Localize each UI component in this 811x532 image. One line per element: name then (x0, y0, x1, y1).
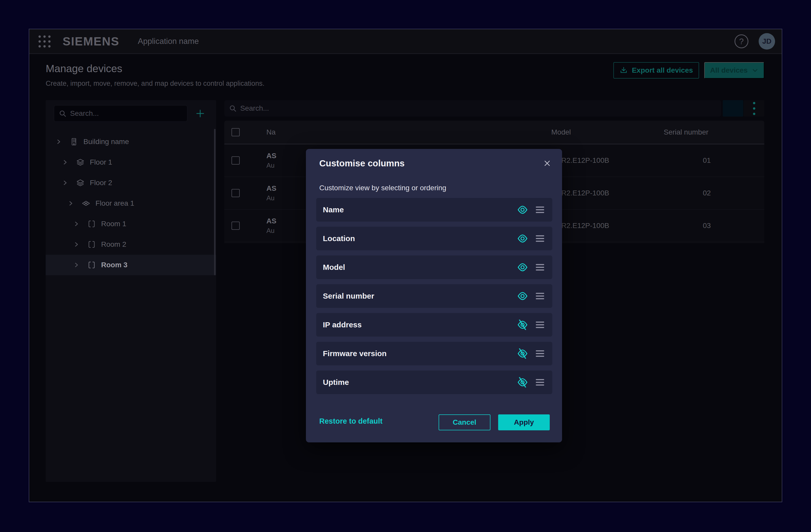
tree-item-floor-2[interactable]: Floor 2 (46, 172, 216, 193)
tree-item-floor-1[interactable]: Floor 1 (46, 152, 216, 172)
table-settings-button[interactable] (723, 100, 743, 117)
tree-item-room-3-selected[interactable]: Room 3 (46, 255, 216, 275)
device-search-box (224, 100, 721, 117)
column-item-label: Location (323, 234, 355, 243)
tree-item-label: Room 2 (101, 240, 126, 248)
chevron-right-icon[interactable] (62, 159, 68, 165)
column-item-firmware-version[interactable]: Firmware version (316, 342, 552, 365)
siemens-logo: SIEMENS (63, 34, 119, 48)
device-search-input[interactable] (240, 104, 717, 112)
chevron-right-icon[interactable] (56, 139, 62, 145)
column-item-uptime[interactable]: Uptime (316, 370, 552, 394)
visibility-eye-off-icon[interactable] (517, 320, 528, 330)
device-name: AS (266, 184, 276, 192)
drag-handle-icon[interactable] (535, 320, 545, 329)
room-icon (87, 240, 96, 249)
export-all-devices-button[interactable]: Export all devices (613, 62, 699, 79)
device-name: AS (266, 217, 276, 225)
tree-item-label: Room 3 (101, 261, 127, 269)
floor-area-icon (82, 199, 90, 208)
visibility-eye-icon[interactable] (517, 262, 528, 272)
building-icon (70, 137, 78, 146)
dialog-subtitle: Customize view by selecting or ordering (319, 184, 446, 192)
row-checkbox[interactable] (231, 189, 240, 197)
tree-item-label: Floor 1 (90, 158, 112, 166)
drag-handle-icon[interactable] (535, 234, 545, 243)
chevron-right-icon[interactable] (73, 241, 79, 247)
visibility-eye-off-icon[interactable] (517, 348, 528, 359)
drag-handle-icon[interactable] (535, 378, 545, 387)
tree-search-box (54, 105, 187, 122)
tree-item-label: Building name (83, 138, 129, 146)
restore-to-default-link[interactable]: Restore to default (319, 417, 383, 425)
device-subname: Au (266, 194, 276, 202)
device-serial: 02 (684, 189, 730, 197)
download-icon (619, 66, 628, 74)
table-header-row: Na Model Serial number (224, 121, 764, 144)
column-item-ip-address[interactable]: IP address (316, 313, 552, 337)
chevron-right-icon[interactable] (62, 180, 68, 186)
column-item-label: Uptime (323, 378, 349, 387)
column-item-label: Serial number (323, 292, 374, 300)
visibility-eye-icon[interactable] (517, 233, 528, 244)
column-item-location[interactable]: Location (316, 227, 552, 250)
apply-button[interactable]: Apply (498, 414, 550, 430)
drag-handle-icon[interactable] (535, 206, 545, 214)
device-scope-dropdown[interactable]: All devices (704, 62, 764, 79)
device-serial: 03 (684, 222, 730, 230)
chevron-down-icon (752, 67, 759, 74)
column-item-label: Firmware version (323, 349, 386, 358)
chevron-right-icon[interactable] (68, 200, 74, 207)
device-subname: Au (266, 162, 276, 169)
tree-search-input[interactable] (70, 109, 183, 118)
select-all-checkbox[interactable] (231, 128, 240, 136)
application-name: Application name (138, 37, 199, 46)
room-icon (87, 261, 96, 269)
chevron-right-icon[interactable] (73, 221, 79, 227)
tree-item-room-1[interactable]: Room 1 (46, 214, 216, 234)
help-icon[interactable]: ? (735, 34, 748, 48)
column-header-name[interactable]: Na (266, 128, 276, 136)
floor-icon (76, 179, 85, 187)
location-tree: Building name Floor 1 Floor 2 Floor area… (46, 132, 216, 275)
row-checkbox[interactable] (231, 222, 240, 230)
column-item-model[interactable]: Model (316, 256, 552, 279)
tree-item-label: Floor area 1 (95, 199, 134, 208)
chevron-right-icon[interactable] (73, 262, 79, 268)
tree-item-label: Floor 2 (90, 179, 112, 187)
visibility-eye-off-icon[interactable] (517, 377, 528, 387)
column-header-serial[interactable]: Serial number (664, 128, 708, 136)
tree-item-floor-area-1[interactable]: Floor area 1 (46, 193, 216, 214)
add-location-button[interactable] (192, 105, 209, 122)
app-launcher-icon[interactable] (39, 35, 50, 47)
column-item-label: IP address (323, 320, 362, 329)
page-title: Manage devices (46, 63, 122, 75)
more-actions-button[interactable] (744, 100, 764, 117)
cancel-button[interactable]: Cancel (439, 414, 490, 430)
avatar[interactable]: JD (759, 33, 775, 49)
sidebar-scrollbar[interactable] (214, 129, 216, 275)
tree-item-room-2[interactable]: Room 2 (46, 234, 216, 255)
drag-handle-icon[interactable] (535, 263, 545, 272)
column-item-name[interactable]: Name (316, 198, 552, 222)
dialog-title: Customise columns (319, 158, 405, 168)
close-button[interactable] (540, 156, 554, 170)
kebab-icon (753, 102, 755, 104)
device-serial: 01 (684, 156, 730, 165)
column-header-model[interactable]: Model (551, 128, 571, 136)
column-item-serial-number[interactable]: Serial number (316, 284, 552, 308)
drag-handle-icon[interactable] (535, 292, 545, 300)
plus-icon (195, 108, 205, 119)
device-name: AS (266, 152, 276, 160)
tree-item-building[interactable]: Building name (46, 132, 216, 152)
column-list: Name Location Model (316, 198, 552, 399)
customise-columns-dialog: Customise columns Customize view by sele… (306, 149, 562, 442)
visibility-eye-icon[interactable] (517, 291, 528, 301)
close-icon (543, 159, 551, 167)
visibility-eye-icon[interactable] (517, 204, 528, 215)
device-scope-value: All devices (710, 66, 748, 74)
floor-icon (76, 158, 85, 167)
row-checkbox[interactable] (231, 156, 240, 165)
top-bar: SIEMENS Application name ? JD (29, 29, 782, 54)
drag-handle-icon[interactable] (535, 349, 545, 358)
